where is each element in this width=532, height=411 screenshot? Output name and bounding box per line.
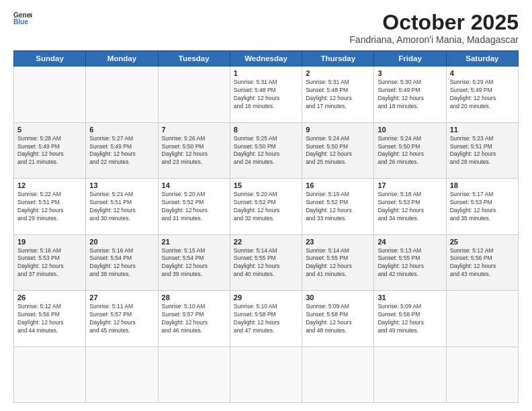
calendar-cell: 9Sunrise: 5:24 AM Sunset: 5:50 PM Daylig… — [302, 122, 374, 178]
calendar-row: 12Sunrise: 5:22 AM Sunset: 5:51 PM Dayli… — [14, 179, 519, 234]
day-number: 26 — [17, 293, 82, 302]
calendar-cell: 25Sunrise: 5:12 AM Sunset: 5:56 PM Dayli… — [446, 234, 518, 290]
day-number: 29 — [234, 293, 298, 302]
day-number: 12 — [17, 181, 82, 189]
day-info: Sunrise: 5:20 AM Sunset: 5:52 PM Dayligh… — [162, 191, 226, 223]
calendar-cell: 20Sunrise: 5:16 AM Sunset: 5:54 PM Dayli… — [86, 234, 158, 290]
day-info: Sunrise: 5:29 AM Sunset: 5:49 PM Dayligh… — [450, 79, 515, 111]
day-info: Sunrise: 5:27 AM Sunset: 5:49 PM Dayligh… — [89, 135, 154, 167]
day-number: 28 — [162, 293, 226, 302]
day-info: Sunrise: 5:10 AM Sunset: 5:57 PM Dayligh… — [162, 303, 226, 335]
day-number: 6 — [89, 126, 154, 134]
calendar-cell: 23Sunrise: 5:14 AM Sunset: 5:55 PM Dayli… — [302, 234, 374, 290]
header-saturday: Saturday — [446, 51, 518, 66]
calendar-cell: 31Sunrise: 5:09 AM Sunset: 5:58 PM Dayli… — [374, 291, 446, 347]
day-info: Sunrise: 5:21 AM Sunset: 5:51 PM Dayligh… — [89, 191, 154, 223]
calendar-cell — [86, 66, 158, 122]
day-number: 31 — [378, 293, 442, 302]
day-info: Sunrise: 5:28 AM Sunset: 5:49 PM Dayligh… — [17, 135, 82, 167]
day-info: Sunrise: 5:16 AM Sunset: 5:53 PM Dayligh… — [17, 247, 82, 279]
calendar-cell: 3Sunrise: 5:30 AM Sunset: 5:49 PM Daylig… — [374, 66, 446, 122]
header-sunday: Sunday — [14, 51, 86, 66]
day-info: Sunrise: 5:09 AM Sunset: 5:58 PM Dayligh… — [378, 303, 442, 335]
calendar-cell: 11Sunrise: 5:23 AM Sunset: 5:51 PM Dayli… — [446, 122, 518, 178]
calendar-row: 5Sunrise: 5:28 AM Sunset: 5:49 PM Daylig… — [14, 122, 519, 178]
calendar-cell: 17Sunrise: 5:18 AM Sunset: 5:53 PM Dayli… — [374, 179, 446, 234]
title-block: October 2025 Fandriana, Amoron'i Mania, … — [349, 11, 519, 45]
day-info: Sunrise: 5:18 AM Sunset: 5:53 PM Dayligh… — [378, 191, 442, 223]
day-number: 25 — [450, 238, 515, 246]
day-number: 13 — [89, 181, 154, 189]
calendar-cell — [86, 347, 158, 402]
header-thursday: Thursday — [302, 51, 374, 66]
day-number: 9 — [306, 126, 370, 134]
calendar-cell: 10Sunrise: 5:24 AM Sunset: 5:50 PM Dayli… — [374, 122, 446, 178]
calendar-cell: 7Sunrise: 5:26 AM Sunset: 5:50 PM Daylig… — [158, 122, 230, 178]
day-info: Sunrise: 5:09 AM Sunset: 5:58 PM Dayligh… — [306, 303, 370, 335]
day-info: Sunrise: 5:26 AM Sunset: 5:50 PM Dayligh… — [162, 135, 226, 167]
calendar-cell: 1Sunrise: 5:31 AM Sunset: 5:48 PM Daylig… — [230, 66, 302, 122]
calendar-cell — [302, 347, 374, 402]
calendar-row: 1Sunrise: 5:31 AM Sunset: 5:48 PM Daylig… — [14, 66, 519, 122]
calendar-cell: 30Sunrise: 5:09 AM Sunset: 5:58 PM Dayli… — [302, 291, 374, 347]
calendar-cell: 28Sunrise: 5:10 AM Sunset: 5:57 PM Dayli… — [158, 291, 230, 347]
calendar-table: Sunday Monday Tuesday Wednesday Thursday… — [13, 50, 519, 403]
calendar-cell — [14, 66, 86, 122]
calendar-cell: 5Sunrise: 5:28 AM Sunset: 5:49 PM Daylig… — [14, 122, 86, 178]
day-number: 1 — [234, 69, 298, 77]
day-info: Sunrise: 5:12 AM Sunset: 5:56 PM Dayligh… — [450, 247, 515, 279]
page: General Blue October 2025 Fandriana, Amo… — [0, 0, 532, 411]
logo: General Blue — [13, 11, 32, 26]
day-info: Sunrise: 5:14 AM Sunset: 5:55 PM Dayligh… — [306, 247, 370, 279]
day-number: 10 — [378, 126, 442, 134]
day-info: Sunrise: 5:25 AM Sunset: 5:50 PM Dayligh… — [234, 135, 298, 167]
day-number: 27 — [89, 293, 154, 302]
calendar-cell: 19Sunrise: 5:16 AM Sunset: 5:53 PM Dayli… — [14, 234, 86, 290]
location-subtitle: Fandriana, Amoron'i Mania, Madagascar — [349, 34, 519, 45]
day-info: Sunrise: 5:17 AM Sunset: 5:53 PM Dayligh… — [450, 191, 515, 223]
calendar-cell — [446, 347, 518, 402]
calendar-cell — [374, 347, 446, 402]
day-number: 22 — [234, 238, 298, 246]
day-number: 15 — [234, 181, 298, 189]
day-info: Sunrise: 5:24 AM Sunset: 5:50 PM Dayligh… — [306, 135, 370, 167]
calendar-cell: 16Sunrise: 5:19 AM Sunset: 5:52 PM Dayli… — [302, 179, 374, 234]
calendar-cell: 15Sunrise: 5:20 AM Sunset: 5:52 PM Dayli… — [230, 179, 302, 234]
calendar-cell: 6Sunrise: 5:27 AM Sunset: 5:49 PM Daylig… — [86, 122, 158, 178]
calendar-cell: 4Sunrise: 5:29 AM Sunset: 5:49 PM Daylig… — [446, 66, 518, 122]
day-number: 7 — [162, 126, 226, 134]
day-info: Sunrise: 5:19 AM Sunset: 5:52 PM Dayligh… — [306, 191, 370, 223]
day-number: 8 — [234, 126, 298, 134]
calendar-cell — [230, 347, 302, 402]
day-number: 11 — [450, 126, 515, 134]
day-number: 30 — [306, 293, 370, 302]
day-info: Sunrise: 5:31 AM Sunset: 5:48 PM Dayligh… — [234, 79, 298, 111]
day-info: Sunrise: 5:31 AM Sunset: 5:48 PM Dayligh… — [306, 79, 370, 111]
calendar-cell — [158, 66, 230, 122]
day-number: 5 — [17, 126, 82, 134]
calendar-cell — [446, 291, 518, 347]
calendar-cell: 29Sunrise: 5:10 AM Sunset: 5:58 PM Dayli… — [230, 291, 302, 347]
calendar-cell: 2Sunrise: 5:31 AM Sunset: 5:48 PM Daylig… — [302, 66, 374, 122]
header: General Blue October 2025 Fandriana, Amo… — [13, 11, 519, 45]
day-info: Sunrise: 5:24 AM Sunset: 5:50 PM Dayligh… — [378, 135, 442, 167]
day-number: 3 — [378, 69, 442, 77]
calendar-cell: 22Sunrise: 5:14 AM Sunset: 5:55 PM Dayli… — [230, 234, 302, 290]
day-number: 16 — [306, 181, 370, 189]
day-info: Sunrise: 5:12 AM Sunset: 5:56 PM Dayligh… — [17, 303, 82, 335]
day-number: 18 — [450, 181, 515, 189]
day-number: 2 — [306, 69, 370, 77]
day-number: 20 — [89, 238, 154, 246]
calendar-cell: 14Sunrise: 5:20 AM Sunset: 5:52 PM Dayli… — [158, 179, 230, 234]
calendar-cell: 18Sunrise: 5:17 AM Sunset: 5:53 PM Dayli… — [446, 179, 518, 234]
day-info: Sunrise: 5:11 AM Sunset: 5:57 PM Dayligh… — [89, 303, 154, 335]
generalblue-icon: General Blue — [13, 11, 32, 26]
calendar-row: 26Sunrise: 5:12 AM Sunset: 5:56 PM Dayli… — [14, 291, 519, 347]
calendar-cell: 12Sunrise: 5:22 AM Sunset: 5:51 PM Dayli… — [14, 179, 86, 234]
header-friday: Friday — [374, 51, 446, 66]
day-info: Sunrise: 5:20 AM Sunset: 5:52 PM Dayligh… — [234, 191, 298, 223]
header-tuesday: Tuesday — [158, 51, 230, 66]
day-info: Sunrise: 5:23 AM Sunset: 5:51 PM Dayligh… — [450, 135, 515, 167]
day-number: 14 — [162, 181, 226, 189]
header-wednesday: Wednesday — [230, 51, 302, 66]
